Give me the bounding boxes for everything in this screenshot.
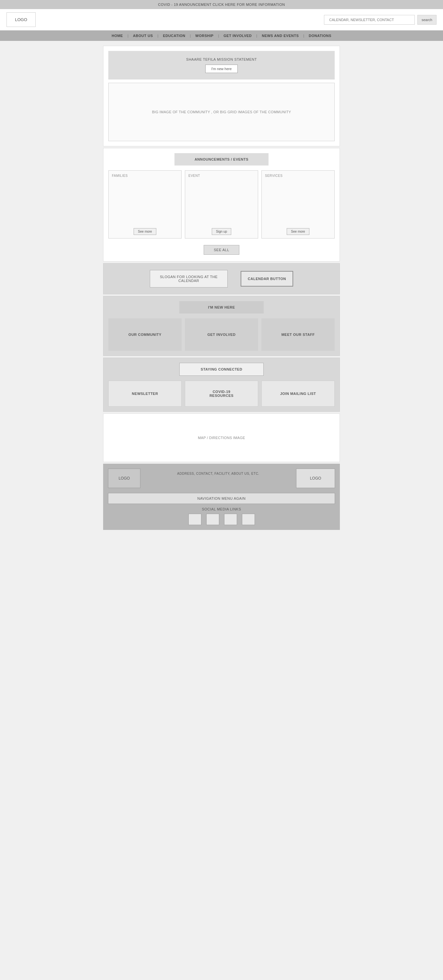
staying-title: STAYING CONNECTED (201, 368, 242, 371)
nav-item-home[interactable]: HOME (107, 34, 127, 38)
new-here-header-box: I'M NEW HERE (179, 301, 264, 313)
header-logo: LOGO (6, 12, 36, 27)
footer-social-row (108, 514, 335, 525)
community-image-box: BIG IMAGE OF THE COMMUNITY , OR BIG GRID… (108, 83, 335, 141)
footer-top: LOGO ADDRESS, CONTACT, FACILITY, ABOUT U… (108, 469, 335, 488)
meet-our-staff-card[interactable]: MEET OUR STAFF (261, 318, 335, 351)
new-here-section: I'M NEW HERE OUR COMMUNITY GET INVOLVED … (103, 296, 340, 356)
get-involved-card[interactable]: GET INVOLVED (185, 318, 258, 351)
families-card: FAMILIES See more (108, 170, 182, 239)
header-links-input[interactable] (324, 15, 415, 25)
nav-item-education[interactable]: EDUCATION (158, 34, 190, 38)
footer: LOGO ADDRESS, CONTACT, FACILITY, ABOUT U… (103, 464, 340, 530)
staying-cards-row: NEWSLETTER COVID-19 RESOURCES JOIN MAILI… (108, 381, 335, 407)
see-all-row: SEE ALL (108, 245, 335, 255)
mailing-list-label: JOIN MAILING LIST (280, 392, 316, 396)
services-card: SERVICES See more (261, 170, 335, 239)
footer-info: ADDRESS, CONTACT, FACILITY, ABOUT US, ET… (145, 469, 291, 476)
footer-social-label: SOCIAL MEDIA LINKS (108, 507, 335, 511)
announcements-header-box: ANNOUNCEMENTS / EVENTS (175, 153, 268, 165)
covid-resources-card[interactable]: COVID-19 RESOURCES (185, 381, 258, 407)
announcements-cards-row: FAMILIES See more EVENT Sign up SERVICES… (108, 170, 335, 239)
social-icon-2[interactable] (206, 514, 219, 525)
hero-section: SHAARE TEFILA MISSION STATEMENT I'm new … (103, 46, 340, 146)
footer-logo-left: LOGO (108, 469, 140, 488)
announcement-bar[interactable]: COVID - 19 ANNOUNCEMENT CLICK HERE FOR M… (0, 0, 443, 9)
services-card-title: SERVICES (265, 174, 283, 178)
see-all-button[interactable]: SEE ALL (204, 245, 239, 255)
get-involved-label: GET INVOLVED (207, 332, 235, 337)
community-image-text: BIG IMAGE OF THE COMMUNITY , OR BIG GRID… (152, 110, 291, 114)
nav-item-get-involved[interactable]: GET INVOLVED (219, 34, 256, 38)
nav-item-about[interactable]: ABOUT US (129, 34, 157, 38)
header-right: search (324, 15, 437, 25)
announcements-title: ANNOUNCEMENTS / EVENTS (195, 158, 248, 161)
announcements-section: ANNOUNCEMENTS / EVENTS FAMILIES See more… (103, 148, 340, 262)
our-community-label: OUR COMMUNITY (129, 332, 162, 337)
meet-our-staff-label: MEET OUR STAFF (281, 332, 315, 337)
newsletter-label: NEWSLETTER (132, 392, 158, 396)
header: LOGO search (0, 9, 443, 30)
footer-logo-right: LOGO (296, 469, 335, 488)
new-here-button[interactable]: I'm new here (205, 65, 238, 73)
mailing-list-card[interactable]: JOIN MAILING LIST (261, 381, 335, 407)
staying-connected-section: STAYING CONNECTED NEWSLETTER COVID-19 RE… (103, 358, 340, 412)
social-icon-1[interactable] (189, 514, 202, 525)
social-icon-4[interactable] (242, 514, 255, 525)
new-here-title: I'M NEW HERE (208, 305, 235, 309)
nav-item-worship[interactable]: WORSHIP (191, 34, 218, 38)
map-section: MAP / DIRECTIONS IMAGE (103, 414, 340, 462)
staying-header-box: STAYING CONNECTED (179, 363, 264, 376)
mission-statement-box: SHAARE TEFILA MISSION STATEMENT I'm new … (108, 51, 335, 80)
mission-text: SHAARE TEFILA MISSION STATEMENT (115, 57, 328, 61)
calendar-section: SLOGAN FOR LOOKING AT THE CALENDAR CALEN… (103, 263, 340, 294)
social-icon-3[interactable] (224, 514, 237, 525)
families-card-title: FAMILIES (112, 174, 128, 178)
event-card: EVENT Sign up (185, 170, 258, 239)
calendar-slogan-box: SLOGAN FOR LOOKING AT THE CALENDAR (150, 270, 228, 288)
nav-item-news[interactable]: NEWS AND EVENTS (257, 34, 303, 38)
newsletter-card[interactable]: NEWSLETTER (108, 381, 182, 407)
services-see-more-button[interactable]: See more (287, 228, 309, 235)
new-here-cards-row: OUR COMMUNITY GET INVOLVED MEET OUR STAF… (108, 318, 335, 351)
our-community-card[interactable]: OUR COMMUNITY (108, 318, 182, 351)
search-button[interactable]: search (418, 15, 437, 25)
calendar-button[interactable]: CALENDAR BUTTON (241, 271, 293, 286)
main-nav: HOME | ABOUT US | EDUCATION | WORSHIP | … (0, 30, 443, 41)
calendar-slogan-text: SLOGAN FOR LOOKING AT THE CALENDAR (160, 275, 218, 283)
families-see-more-button[interactable]: See more (133, 228, 156, 235)
nav-item-donations[interactable]: DONATIONS (304, 34, 336, 38)
event-card-title: EVENT (189, 174, 200, 178)
map-text: MAP / DIRECTIONS IMAGE (198, 436, 245, 440)
covid-resources-label: COVID-19 RESOURCES (210, 390, 233, 398)
main-content: SHAARE TEFILA MISSION STATEMENT I'm new … (103, 41, 340, 535)
event-sign-up-button[interactable]: Sign up (212, 228, 231, 235)
footer-nav-box[interactable]: NAVIGATION MENU AGAIN (108, 493, 335, 504)
